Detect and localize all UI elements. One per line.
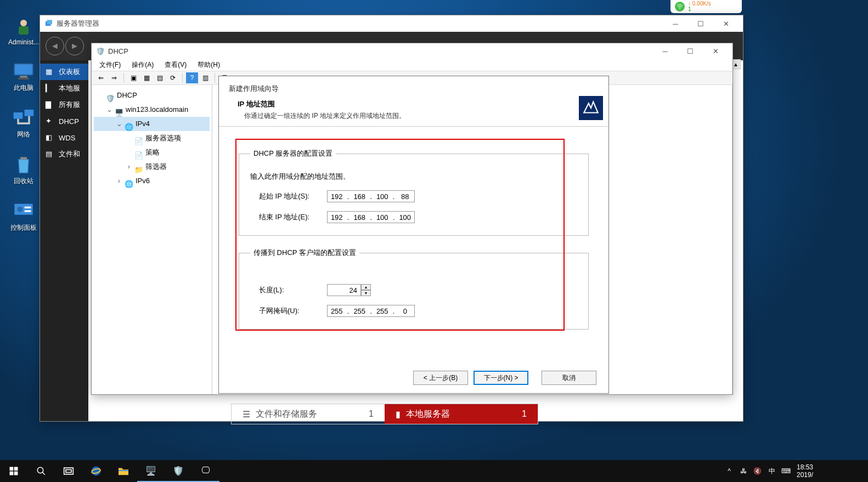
tray-volume-icon[interactable]: 🔇 <box>751 467 765 475</box>
tree-ipv6[interactable]: ›🌐IPv6 <box>94 174 210 188</box>
sm-title: 服务器管理器 <box>57 19 99 29</box>
svg-point-9 <box>17 207 22 212</box>
tb-forward-icon[interactable]: ⇒ <box>108 72 120 83</box>
tb-refresh-icon[interactable]: ⟳ <box>167 72 179 83</box>
search-button[interactable] <box>27 460 55 482</box>
nav-forward-button[interactable]: ► <box>65 37 84 55</box>
desktop-icon-network[interactable]: 网络 <box>5 108 42 139</box>
length-down-button[interactable]: ▼ <box>361 290 371 296</box>
tree-ipv4[interactable]: ⌄🌐IPv4 <box>94 117 210 131</box>
tb-add-icon[interactable]: ▣ <box>127 72 139 83</box>
mask-label: 子网掩码(U): <box>250 306 327 316</box>
tb-properties-icon[interactable]: ▦ <box>140 72 153 83</box>
desktop-icon-thispc[interactable]: 此电脑 <box>5 61 42 93</box>
mask-input[interactable]: 255. 255. 255. 0 <box>327 305 415 317</box>
svg-point-19 <box>37 467 43 473</box>
menu-view[interactable]: 查看(V) <box>160 59 191 71</box>
mmc-close-button[interactable]: ✕ <box>703 43 728 59</box>
mmc-menubar: 文件(F) 操作(A) 查看(V) 帮助(H) <box>92 59 732 71</box>
start-ip-label: 起始 IP 地址(S): <box>250 191 327 201</box>
sidebar-allservers[interactable]: ▇所有服 <box>40 97 88 113</box>
mmc-maximize-button[interactable]: ☐ <box>678 43 703 59</box>
sm-titlebar[interactable]: 服务器管理器 ─ ☐ ✕ <box>40 15 743 32</box>
wifi-icon <box>675 2 685 12</box>
taskbar-app1[interactable]: 🖥️ <box>137 460 165 482</box>
tray-lang[interactable]: 中 <box>765 467 779 476</box>
mmc-title-text: DHCP <box>108 47 128 55</box>
server-icon: ▮ <box>396 409 401 419</box>
end-ip-label: 结束 IP 地址(E): <box>250 212 327 222</box>
wizard-step: 新建作用域向导 <box>229 84 599 94</box>
tb-help-icon[interactable]: ? <box>186 72 198 83</box>
sm-close-button[interactable]: ✕ <box>713 15 739 32</box>
sm-maximize-button[interactable]: ☐ <box>688 15 713 32</box>
length-input[interactable] <box>327 284 361 296</box>
dhcp-server-settings-group: DHCP 服务器的配置设置 输入此作用域分配的地址范围。 起始 IP 地址(S)… <box>239 149 589 236</box>
menu-action[interactable]: 操作(A) <box>127 59 158 71</box>
svg-rect-22 <box>66 470 71 473</box>
svg-rect-14 <box>47 20 52 24</box>
next-button[interactable]: 下一步(N) > <box>474 371 528 385</box>
status-files[interactable]: ☰文件和存储服务 1 <box>232 404 385 424</box>
svg-rect-11 <box>25 210 31 212</box>
sidebar-dhcp[interactable]: ✦DHCP <box>40 113 88 129</box>
menu-help[interactable]: 帮助(H) <box>193 59 224 71</box>
svg-rect-15 <box>10 467 14 471</box>
sidebar-localserver[interactable]: ▎本地服 <box>40 80 88 97</box>
system-tray: ^ 🖧 🔇 中 ⌨ 18:53 2019/ <box>722 463 868 479</box>
svg-point-0 <box>20 20 27 26</box>
tree-server[interactable]: ⌄🖥️win123.localdomain <box>94 103 210 117</box>
desktop-icon-recycle[interactable]: 回收站 <box>5 155 42 186</box>
cancel-button[interactable]: 取消 <box>542 371 596 385</box>
tree-policy[interactable]: 📄策略 <box>94 145 210 160</box>
sidebar-files[interactable]: ▤文件和 <box>40 146 88 162</box>
tree-filter[interactable]: ›📁筛选器 <box>94 160 210 174</box>
svg-rect-7 <box>20 157 27 160</box>
svg-rect-10 <box>25 207 31 208</box>
length-spinner[interactable]: ▲ ▼ <box>327 284 371 296</box>
svg-point-12 <box>679 8 680 9</box>
start-ip-input[interactable]: 192. 168. 100. 88 <box>327 190 415 202</box>
back-button[interactable]: < 上一步(B) <box>413 371 468 385</box>
sm-sidebar: ▦仪表板 ▎本地服 ▇所有服 ✦DHCP ◧WDS ▤文件和 <box>40 60 88 421</box>
dhcp-icon: 🛡️ <box>96 47 105 55</box>
svg-rect-2 <box>14 64 32 75</box>
taskbar-app3[interactable]: 🖵 <box>192 460 219 482</box>
taskbar-dhcp[interactable]: 🛡️ <box>165 460 192 482</box>
tray-ime-icon[interactable]: ⌨ <box>779 467 793 475</box>
sidebar-wds[interactable]: ◧WDS <box>40 129 88 146</box>
wizard-subtitle: 你通过确定一组连续的 IP 地址来定义作用域地址范围。 <box>244 111 599 121</box>
explorer-button[interactable] <box>110 460 137 482</box>
end-ip-input[interactable]: 192. 168. 100. 100 <box>327 211 415 223</box>
sm-status-bar: ☰文件和存储服务 1 ▮本地服务器 1 <box>231 404 538 424</box>
start-button[interactable] <box>0 460 27 482</box>
tb-delete-icon[interactable]: ▤ <box>154 72 166 83</box>
tb-back-icon[interactable]: ⇐ <box>95 72 107 83</box>
range-prompt: 输入此作用域分配的地址范围。 <box>250 172 577 182</box>
svg-line-20 <box>42 472 45 475</box>
ie-button[interactable] <box>82 460 110 482</box>
storage-icon: ☰ <box>243 409 250 419</box>
length-up-button[interactable]: ▲ <box>361 284 371 290</box>
menu-file[interactable]: 文件(F) <box>95 59 125 71</box>
wizard-title: IP 地址范围 <box>238 99 599 109</box>
taskbar-clock[interactable]: 18:53 2019/ <box>797 463 813 479</box>
mmc-titlebar[interactable]: 🛡️ DHCP ─ ☐ ✕ <box>92 43 732 59</box>
mmc-minimize-button[interactable]: ─ <box>652 43 678 59</box>
desktop-icon-controlpanel[interactable]: 控制面板 <box>5 201 42 233</box>
sidebar-dashboard[interactable]: ▦仪表板 <box>40 64 88 80</box>
svg-rect-16 <box>14 467 18 471</box>
taskview-button[interactable] <box>55 460 82 482</box>
svg-point-23 <box>92 467 101 476</box>
tray-up-icon[interactable]: ^ <box>722 467 736 475</box>
tb-options-icon[interactable]: ▥ <box>199 72 211 83</box>
status-local[interactable]: ▮本地服务器 1 <box>385 404 538 424</box>
sm-minimize-button[interactable]: ─ <box>663 15 688 32</box>
svg-rect-18 <box>14 472 18 475</box>
tray-network-icon[interactable]: 🖧 <box>736 467 751 475</box>
tree-root-dhcp[interactable]: 🛡️DHCP <box>94 88 210 103</box>
desktop-icon-admin[interactable]: Administ... <box>5 16 42 46</box>
length-label: 长度(L): <box>250 285 327 295</box>
tree-server-options[interactable]: 📄服务器选项 <box>94 131 210 145</box>
nav-back-button[interactable]: ◄ <box>46 37 64 55</box>
